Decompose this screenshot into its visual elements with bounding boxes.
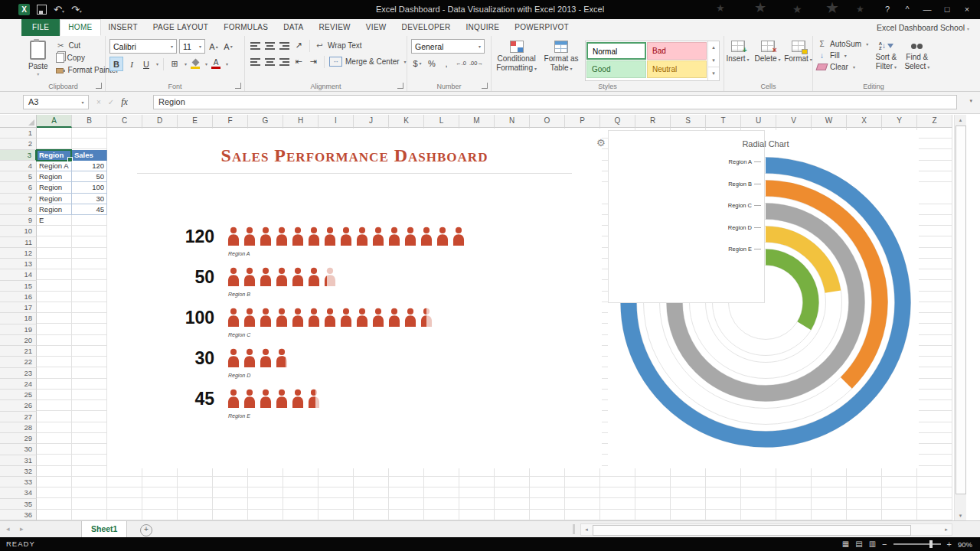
row-header-10[interactable]: 10 — [0, 226, 37, 236]
sort-filter-button[interactable]: AZ↓ Sort & Filter▾ — [873, 39, 899, 81]
font-color-button[interactable]: A — [210, 57, 222, 70]
align-right-button[interactable] — [278, 55, 290, 68]
fill-button[interactable]: ↓Fill▾ — [817, 51, 868, 60]
column-header-R[interactable]: R — [635, 115, 671, 128]
underline-button[interactable]: U — [140, 57, 152, 70]
enter-icon[interactable]: ✓ — [108, 98, 114, 106]
row-header-24[interactable]: 24 — [0, 379, 37, 390]
row-header-12[interactable]: 12 — [0, 248, 37, 259]
paste-button[interactable]: Paste ▾ — [25, 39, 51, 81]
column-header-K[interactable]: K — [389, 115, 424, 128]
bold-button[interactable]: B — [109, 57, 123, 71]
column-header-A[interactable]: A — [37, 115, 72, 128]
close-icon[interactable]: × — [957, 0, 977, 19]
align-top-button[interactable] — [249, 39, 261, 52]
increase-indent-button[interactable]: ⇥ — [307, 55, 319, 68]
style-chip-normal[interactable]: Normal — [586, 42, 646, 60]
cell-B3[interactable]: Sales — [72, 150, 107, 161]
accounting-format-button[interactable]: $▾ — [411, 57, 423, 70]
tab-insert[interactable]: INSERT — [101, 19, 145, 36]
gallery-down-icon[interactable]: ▾ — [708, 54, 719, 67]
page-layout-view-icon[interactable]: ▤ — [855, 540, 862, 548]
tab-powerpivot[interactable]: POWERPIVOT — [507, 19, 577, 36]
row-header-9[interactable]: 9 — [0, 215, 37, 226]
row-header-32[interactable]: 32 — [0, 466, 37, 477]
decrease-indent-button[interactable]: ⇤ — [292, 55, 305, 68]
row-header-5[interactable]: 5 — [0, 171, 37, 182]
tab-scroll-splitter[interactable] — [573, 524, 575, 534]
row-header-8[interactable]: 8 — [0, 204, 37, 215]
sheet-tab-sheet1[interactable]: Sheet1 — [81, 521, 127, 537]
column-header-J[interactable]: J — [354, 115, 389, 128]
row-header-2[interactable]: 2 — [0, 139, 37, 149]
column-header-G[interactable]: G — [248, 115, 283, 128]
row-header-18[interactable]: 18 — [0, 313, 37, 324]
comma-style-button[interactable]: , — [440, 57, 452, 70]
zoom-in-icon[interactable]: + — [947, 540, 952, 549]
column-header-B[interactable]: B — [72, 115, 107, 128]
previous-sheet-icon[interactable]: ◂ — [6, 521, 10, 537]
column-header-X[interactable]: X — [847, 115, 882, 128]
alignment-dialog-launcher[interactable] — [397, 83, 403, 89]
tab-formulas[interactable]: FORMULAS — [216, 19, 276, 36]
scroll-down-icon[interactable]: ▾ — [955, 510, 966, 520]
format-cells-button[interactable]: Format▾ — [786, 39, 811, 81]
normal-view-icon[interactable]: ▦ — [842, 540, 849, 548]
clipboard-dialog-launcher[interactable] — [96, 83, 102, 89]
vertical-scroll-thumb[interactable] — [956, 126, 966, 494]
column-header-F[interactable]: F — [213, 115, 248, 128]
row-header-21[interactable]: 21 — [0, 346, 37, 357]
tab-home[interactable]: HOME — [60, 19, 100, 36]
conditional-formatting-button[interactable]: Conditional Formatting▾ — [495, 39, 537, 81]
tab-data[interactable]: DATA — [276, 19, 311, 36]
delete-cells-button[interactable]: Delete▾ — [756, 39, 780, 81]
horizontal-scroll-thumb[interactable] — [593, 525, 911, 536]
row-header-23[interactable]: 23 — [0, 368, 37, 379]
tab-inquire[interactable]: INQUIRE — [458, 19, 507, 36]
style-chip-bad[interactable]: Bad — [647, 42, 707, 60]
pictograph-chart[interactable]: Sales Performance Dashboard 120Region A5… — [107, 129, 602, 468]
scroll-left-icon[interactable]: ◂ — [581, 524, 592, 535]
row-header-13[interactable]: 13 — [0, 259, 37, 269]
row-header-20[interactable]: 20 — [0, 335, 37, 346]
align-center-button[interactable] — [263, 55, 276, 68]
cell-A8[interactable]: Region E — [37, 204, 72, 215]
column-header-W[interactable]: W — [812, 115, 847, 128]
column-header-Y[interactable]: Y — [882, 115, 917, 128]
row-header-26[interactable]: 26 — [0, 400, 37, 411]
number-format-select[interactable]: General▾ — [411, 39, 485, 54]
row-header-15[interactable]: 15 — [0, 281, 37, 292]
row-header-34[interactable]: 34 — [0, 487, 37, 498]
align-left-button[interactable] — [249, 55, 261, 68]
cell-B6[interactable]: 100 — [72, 182, 107, 193]
formula-input[interactable]: Region — [153, 95, 957, 109]
row-header-22[interactable]: 22 — [0, 357, 37, 367]
clear-button[interactable]: Clear▾ — [817, 63, 868, 71]
increase-font-size-button[interactable]: A▴ — [207, 40, 220, 53]
page-break-view-icon[interactable]: ▥ — [869, 540, 876, 548]
zoom-slider-thumb[interactable] — [929, 540, 933, 548]
cell-A5[interactable]: Region B — [37, 171, 72, 182]
row-header-14[interactable]: 14 — [0, 269, 37, 280]
next-sheet-icon[interactable]: ▸ — [20, 521, 24, 537]
column-header-P[interactable]: P — [565, 115, 600, 128]
font-name-select[interactable]: Calibri▾ — [109, 39, 177, 54]
tab-view[interactable]: VIEW — [358, 19, 394, 36]
tab-page-layout[interactable]: PAGE LAYOUT — [145, 19, 216, 36]
insert-cells-button[interactable]: Insert▾ — [726, 39, 749, 81]
style-chip-neutral[interactable]: Neutral — [647, 60, 707, 78]
cell-B4[interactable]: 120 — [72, 161, 107, 171]
row-header-33[interactable]: 33 — [0, 477, 37, 487]
wrap-text-button[interactable]: ↩Wrap Text — [315, 41, 362, 50]
row-header-30[interactable]: 30 — [0, 444, 37, 455]
row-header-3[interactable]: 3 — [0, 150, 37, 161]
zoom-level[interactable]: 90% — [958, 540, 972, 549]
column-header-M[interactable]: M — [459, 115, 495, 128]
row-header-17[interactable]: 17 — [0, 302, 37, 313]
insert-function-icon[interactable]: fx — [121, 96, 128, 108]
increase-decimal-button[interactable]: ←.0 — [455, 57, 467, 70]
chart-settings-gear-icon[interactable]: ⚙ — [596, 137, 606, 148]
cell-A7[interactable]: Region D — [37, 194, 72, 204]
row-header-29[interactable]: 29 — [0, 433, 37, 444]
cell-B5[interactable]: 50 — [72, 171, 107, 182]
